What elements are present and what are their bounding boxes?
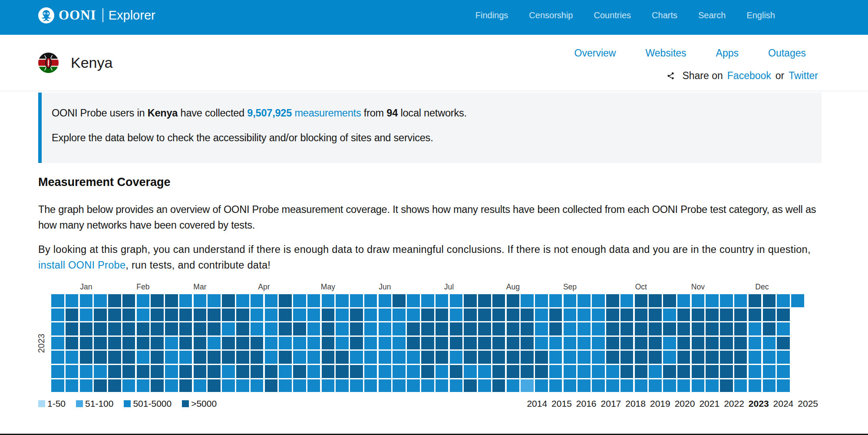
heatmap-cell[interactable] <box>137 379 150 392</box>
heatmap-cell[interactable] <box>165 337 178 350</box>
heatmap-cell[interactable] <box>293 365 306 378</box>
language-selector[interactable]: English <box>746 10 775 20</box>
heatmap-cell[interactable] <box>364 351 377 364</box>
heatmap-cell[interactable] <box>564 309 577 322</box>
heatmap-cell[interactable] <box>492 351 505 364</box>
heatmap-cell[interactable] <box>80 379 93 392</box>
heatmap-cell[interactable] <box>122 322 135 335</box>
year-link-2018[interactable]: 2018 <box>625 398 646 409</box>
heatmap-cell[interactable] <box>720 337 733 350</box>
heatmap-cell[interactable] <box>421 379 434 392</box>
heatmap-cell[interactable] <box>578 351 591 364</box>
heatmap-cell[interactable] <box>265 379 278 392</box>
year-link-2017[interactable]: 2017 <box>601 398 621 409</box>
heatmap-cell[interactable] <box>51 365 64 378</box>
year-link-2024[interactable]: 2024 <box>773 398 794 409</box>
heatmap-cell[interactable] <box>677 365 690 378</box>
heatmap-cell[interactable] <box>151 379 164 392</box>
heatmap-cell[interactable] <box>549 379 562 392</box>
heatmap-cell[interactable] <box>578 379 591 392</box>
heatmap-cell[interactable] <box>122 309 135 322</box>
heatmap-cell[interactable] <box>436 309 449 322</box>
heatmap-cell[interactable] <box>535 365 548 378</box>
heatmap-cell[interactable] <box>620 351 634 364</box>
heatmap-cell[interactable] <box>137 309 150 322</box>
heatmap-cell[interactable] <box>507 337 520 350</box>
heatmap-cell[interactable] <box>393 309 406 322</box>
tab-websites[interactable]: Websites <box>645 47 686 59</box>
heatmap-cell[interactable] <box>777 294 790 307</box>
share-facebook-link[interactable]: Facebook <box>727 70 771 81</box>
heatmap-cell[interactable] <box>407 365 420 378</box>
heatmap-cell[interactable] <box>734 294 747 307</box>
heatmap-cell[interactable] <box>293 351 306 364</box>
heatmap-cell[interactable] <box>749 294 762 307</box>
heatmap-cell[interactable] <box>663 351 676 364</box>
heatmap-cell[interactable] <box>379 379 392 392</box>
tab-overview[interactable]: Overview <box>574 47 616 59</box>
heatmap-cell[interactable] <box>364 322 377 335</box>
heatmap-cell[interactable] <box>108 337 121 350</box>
heatmap-cell[interactable] <box>592 351 605 364</box>
heatmap-cell[interactable] <box>322 351 335 364</box>
heatmap-cell[interactable] <box>450 322 463 335</box>
heatmap-cell[interactable] <box>720 309 733 322</box>
heatmap-cell[interactable] <box>620 379 634 392</box>
heatmap-cell[interactable] <box>706 365 719 378</box>
heatmap-cell[interactable] <box>350 379 363 392</box>
heatmap-cell[interactable] <box>279 294 292 307</box>
heatmap-cell[interactable] <box>620 309 634 322</box>
heatmap-cell[interactable] <box>492 294 505 307</box>
heatmap-cell[interactable] <box>521 337 534 350</box>
heatmap-cell[interactable] <box>777 365 790 378</box>
heatmap-cell[interactable] <box>108 365 121 378</box>
heatmap-cell[interactable] <box>80 294 93 307</box>
heatmap-cell[interactable] <box>66 365 79 378</box>
nav-item-findings[interactable]: Findings <box>475 10 508 20</box>
heatmap-cell[interactable] <box>194 322 207 335</box>
heatmap-cell[interactable] <box>94 351 107 364</box>
heatmap-cell[interactable] <box>436 337 449 350</box>
heatmap-cell[interactable] <box>436 365 449 378</box>
heatmap-cell[interactable] <box>208 294 221 307</box>
heatmap-cell[interactable] <box>222 351 235 364</box>
heatmap-cell[interactable] <box>236 365 249 378</box>
heatmap-cell[interactable] <box>393 351 406 364</box>
heatmap-cell[interactable] <box>734 309 747 322</box>
heatmap-cell[interactable] <box>606 351 619 364</box>
heatmap-cell[interactable] <box>777 309 790 322</box>
heatmap-cell[interactable] <box>251 309 264 322</box>
heatmap-cell[interactable] <box>222 309 235 322</box>
heatmap-cell[interactable] <box>450 337 463 350</box>
heatmap-cell[interactable] <box>251 379 264 392</box>
heatmap-cell[interactable] <box>94 379 107 392</box>
heatmap-cell[interactable] <box>436 294 449 307</box>
heatmap-cell[interactable] <box>407 379 420 392</box>
tab-outages[interactable]: Outages <box>768 47 806 59</box>
heatmap-cell[interactable] <box>450 294 463 307</box>
heatmap-cell[interactable] <box>507 309 520 322</box>
heatmap-cell[interactable] <box>734 322 747 335</box>
heatmap-cell[interactable] <box>692 309 705 322</box>
ooni-logo[interactable]: OONI Explorer <box>38 7 155 23</box>
heatmap-cell[interactable] <box>564 337 577 350</box>
heatmap-cell[interactable] <box>336 337 349 350</box>
heatmap-cell[interactable] <box>165 351 178 364</box>
heatmap-cell[interactable] <box>436 379 449 392</box>
heatmap-cell[interactable] <box>507 379 520 392</box>
heatmap-cell[interactable] <box>379 294 392 307</box>
heatmap-cell[interactable] <box>692 294 705 307</box>
heatmap-cell[interactable] <box>436 322 449 335</box>
heatmap-cell[interactable] <box>549 309 562 322</box>
heatmap-cell[interactable] <box>606 309 619 322</box>
heatmap-cell[interactable] <box>379 365 392 378</box>
heatmap-cell[interactable] <box>336 351 349 364</box>
heatmap-cell[interactable] <box>265 365 278 378</box>
heatmap-cell[interactable] <box>108 294 121 307</box>
heatmap-cell[interactable] <box>763 379 776 392</box>
heatmap-cell[interactable] <box>393 379 406 392</box>
heatmap-cell[interactable] <box>208 337 221 350</box>
heatmap-cell[interactable] <box>706 322 719 335</box>
heatmap-cell[interactable] <box>322 322 335 335</box>
heatmap-cell[interactable] <box>265 351 278 364</box>
